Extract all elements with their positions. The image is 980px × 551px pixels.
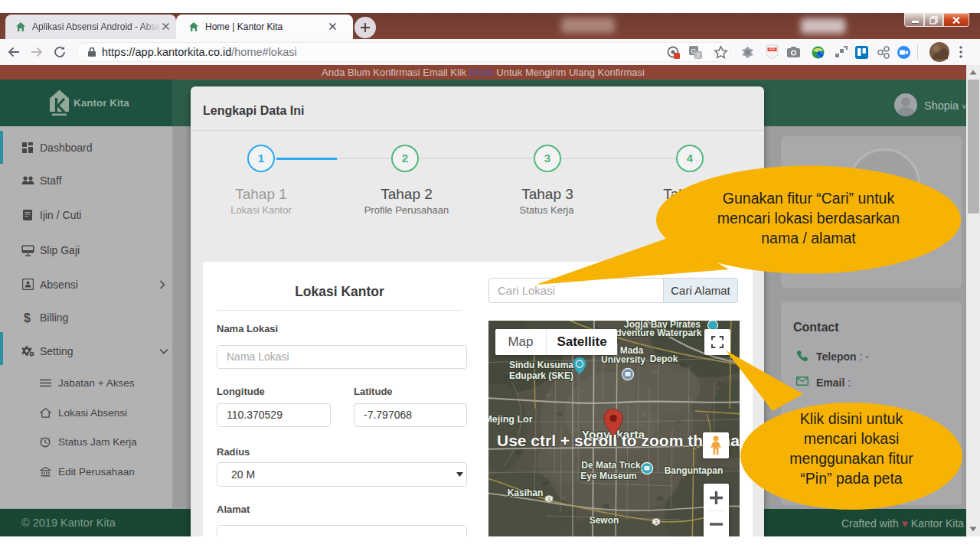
svg-text:文: 文 xyxy=(695,52,701,59)
svg-text:Sewon: Sewon xyxy=(590,515,619,526)
svg-text:Kasihan: Kasihan xyxy=(508,487,544,498)
svg-text:De Mata Trick: De Mata Trick xyxy=(581,460,641,471)
svg-text:Depok: Depok xyxy=(650,354,678,364)
svg-text:Mejing Lor: Mejing Lor xyxy=(488,414,533,425)
svg-text:PDF: PDF xyxy=(769,47,776,51)
svg-text:3: 3 xyxy=(655,520,658,525)
svg-text:University: University xyxy=(601,354,645,365)
svg-text:$: $ xyxy=(24,311,31,324)
svg-text:Adventure Waterpark: Adventure Waterpark xyxy=(609,328,702,338)
svg-text:Banguntapan: Banguntapan xyxy=(665,465,724,476)
svg-text:Eye Museum: Eye Museum xyxy=(580,471,636,481)
svg-text:Edupark (SKE): Edupark (SKE) xyxy=(509,370,573,381)
svg-text:Sindu Kusuma: Sindu Kusuma xyxy=(509,360,573,370)
svg-text:3: 3 xyxy=(547,497,550,502)
